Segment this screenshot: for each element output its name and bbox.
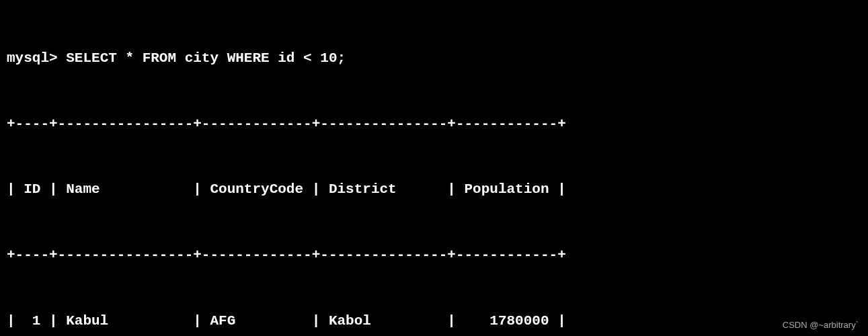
watermark: CSDN @~arbitrary`	[783, 319, 859, 332]
sql-query: SELECT * FROM city WHERE id < 10;	[66, 50, 346, 66]
mysql-terminal: mysql> SELECT * FROM city WHERE id < 10;…	[7, 4, 861, 336]
table-row: | 1 | Kabul | AFG | Kabol | 1780000 |	[7, 310, 861, 333]
table-border-top: +----+----------------+-------------+---…	[7, 114, 861, 136]
query-line: mysql> SELECT * FROM city WHERE id < 10;	[7, 48, 861, 70]
table-header-row: | ID | Name | CountryCode | District | P…	[7, 179, 861, 201]
mysql-prompt: mysql>	[7, 50, 66, 66]
table-border-mid: +----+----------------+-------------+---…	[7, 245, 861, 267]
